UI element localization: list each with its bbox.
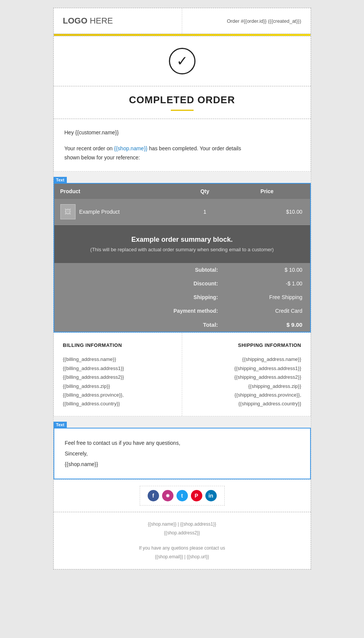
shipping-value: Free Shipping <box>224 290 310 304</box>
facebook-icon[interactable]: f <box>148 490 159 501</box>
pinterest-icon[interactable]: P <box>191 490 202 501</box>
greeting-line3: shown below for your reference: <box>65 154 140 161</box>
overlay-subtitle: (This will be replaced with actual order… <box>62 247 303 252</box>
image-placeholder-icon: 🖼 <box>65 208 71 216</box>
billing-address2: {{billing_address.address2}} <box>63 373 173 381</box>
order-label: Order #{{order.id}} ({{created_at}}) <box>227 18 301 24</box>
social-section: f ◉ t P in <box>54 479 311 512</box>
shipping-province: {{shipping_address.province}}, <box>191 391 301 399</box>
shipping-col: SHIPPING INFORMATION {{shipping_address.… <box>182 333 310 416</box>
order-table: Product Qty Price 🖼 Example Product <box>54 184 310 332</box>
email-container: LOGO HERE Order #{{order.id}} ({{created… <box>53 8 311 570</box>
header-section: LOGO HERE Order #{{order.id}} ({{created… <box>54 8 311 34</box>
footer-shop-address2: {{shop.address2}} <box>61 529 303 537</box>
footer-shop-info: {{shop.name}} | {{shop.address1}} <box>61 520 303 529</box>
total-label: Total: <box>54 318 224 332</box>
col-product: Product <box>54 184 186 199</box>
product-name: Example Product <box>79 209 120 215</box>
footer-contact-info: {{shop.email}} | {{shop.url}} <box>61 553 303 561</box>
social-icons-container: f ◉ t P in <box>140 486 225 506</box>
col-qty: Qty <box>186 184 224 199</box>
closing-section: Feel free to contact us if you have any … <box>54 428 311 479</box>
footer-section: {{shop.name}} | {{shop.address1}} {{shop… <box>54 512 311 569</box>
title-underline <box>171 110 194 111</box>
billing-country: {{billing_address.country}} <box>63 399 173 408</box>
payment-value: Credit Card <box>224 304 310 318</box>
title-section: COMPLETED ORDER <box>54 86 311 119</box>
header-logo: LOGO HERE <box>54 8 183 33</box>
payment-row: Payment method: Credit Card <box>54 304 310 318</box>
greeting-shop: {{shop.name}} <box>114 145 148 151</box>
linkedin-icon[interactable]: in <box>205 490 217 501</box>
subtotal-row: Subtotal: $ 10.00 <box>54 263 310 277</box>
order-section: Product Qty Price 🖼 Example Product <box>54 183 311 332</box>
page-title: COMPLETED ORDER <box>61 94 303 106</box>
billing-heading: BILLING INFORMATION <box>63 340 173 350</box>
closing-line3: {{shop.name}} <box>65 459 299 469</box>
footer-contact-label: If you have any quetions please contact … <box>61 544 303 553</box>
product-name-cell: 🖼 Example Product <box>54 199 186 225</box>
address-section: BILLING INFORMATION {{billing_address.na… <box>54 332 311 416</box>
product-price: $10.00 <box>224 199 310 225</box>
closing-line2: Sincerely, <box>65 448 299 459</box>
billing-col: BILLING INFORMATION {{billing_address.na… <box>54 333 183 416</box>
col-price: Price <box>224 184 310 199</box>
instagram-icon[interactable]: ◉ <box>162 490 173 501</box>
subtotal-label: Subtotal: <box>54 263 224 277</box>
billing-name: {{billing_address.name}} <box>63 355 173 364</box>
shipping-address2: {{shipping_address.address2}} <box>191 373 301 381</box>
discount-label: Discount: <box>54 277 224 290</box>
order-summary-overlay: Example order summary block. (This will … <box>54 225 310 263</box>
logo-bold: LOGO <box>63 16 88 25</box>
total-row: Total: $ 9.00 <box>54 318 310 332</box>
text-badge-row-1: Text <box>54 176 311 183</box>
text-badge-row-2: Text <box>54 421 311 428</box>
text-badge-2: Text <box>54 422 67 428</box>
shipping-row: Shipping: Free Shipping <box>54 290 310 304</box>
text-badge-1: Text <box>54 177 67 183</box>
billing-address1: {{billing_address.address1}} <box>63 364 173 373</box>
shipping-country: {{shipping_address.country}} <box>191 399 301 408</box>
discount-value: -$ 1.00 <box>224 277 310 290</box>
greeting-line1: Hey {{customer.name}} <box>65 128 300 137</box>
payment-label: Payment method: <box>54 304 224 318</box>
overlay-title: Example order summary block. <box>62 236 303 244</box>
subtotal-value: $ 10.00 <box>224 263 310 277</box>
logo-text: LOGO HERE <box>63 16 113 26</box>
shipping-heading: SHIPPING INFORMATION <box>191 340 301 350</box>
shipping-name: {{shipping_address.name}} <box>191 355 301 364</box>
overlay-row: Example order summary block. (This will … <box>54 225 310 263</box>
closing-line1: Feel free to contact us if you have any … <box>65 438 299 448</box>
table-header-row: Product Qty Price <box>54 184 310 199</box>
billing-province: {{billing_address.province}}, <box>63 391 173 399</box>
check-circle: ✓ <box>169 48 195 74</box>
table-row: 🖼 Example Product 1 $10.00 <box>54 199 310 225</box>
greeting-line2: Your recent order on {{shop.name}} has b… <box>65 144 300 162</box>
shipping-zip: {{shipping_address.zip}} <box>191 382 301 391</box>
logo-regular: HERE <box>87 16 113 25</box>
header-order: Order #{{order.id}} ({{created_at}}) <box>182 8 310 33</box>
greeting-prefix: Your recent order on <box>65 145 114 151</box>
twitter-icon[interactable]: t <box>176 490 188 501</box>
check-section: ✓ <box>54 36 311 86</box>
greeting-section: Hey {{customer.name}} Your recent order … <box>54 119 311 172</box>
check-icon: ✓ <box>176 54 188 68</box>
product-qty: 1 <box>186 199 224 225</box>
product-image: 🖼 <box>60 204 76 219</box>
shipping-label: Shipping: <box>54 290 224 304</box>
greeting-suffix: has been completed. Your order details <box>148 145 241 151</box>
shipping-address1: {{shipping_address.address1}} <box>191 364 301 373</box>
total-value: $ 9.00 <box>224 318 310 332</box>
discount-row: Discount: -$ 1.00 <box>54 277 310 290</box>
billing-zip: {{billing_address.zip}} <box>63 382 173 391</box>
